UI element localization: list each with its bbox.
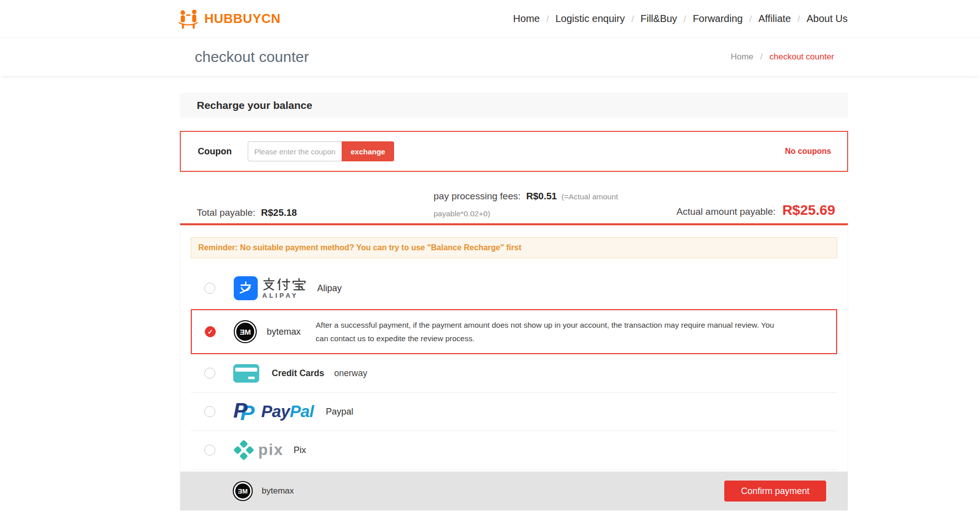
exchange-button[interactable]: exchange [342,141,394,161]
coupon-label: Coupon [198,146,232,157]
nav-item-forwarding[interactable]: Forwarding [693,13,743,24]
brand-name: HUBBUYCN [204,11,281,26]
nav-item-fill-buy[interactable]: Fill&Buy [640,13,677,24]
nav-item-affiliate[interactable]: Affiliate [758,13,791,24]
radio-pix[interactable]: ✓ [204,445,215,456]
fees-formula-line2: payable*0.02+0) [434,209,611,218]
total-payable-value: R$25.18 [261,207,297,218]
payment-label-credit-cards: Credit Cards [272,368,324,379]
payment-row-paypal[interactable]: ✓ P P PayPal Paypal [191,393,837,431]
paypal-logo-icon: P P PayPal [233,400,314,424]
total-payable-label: Total payable: [197,207,255,218]
coupon-section: Coupon exchange No coupons [180,131,848,172]
bytemax-description: After a successful payment, if the payme… [316,318,785,345]
payment-label-alipay: Alipay [317,283,342,294]
radio-paypal[interactable]: ✓ [204,406,215,417]
breadcrumb-current: checkout counter [770,52,834,61]
nav-separator: / [797,13,800,24]
bytemax-logo-icon: EM [234,320,257,343]
selected-method-logo-icon: EM [233,481,253,501]
payment-label-pix: Pix [294,445,306,456]
brand-logo-icon [177,9,199,29]
radio-bytemax[interactable]: ✓ [205,326,216,337]
radio-alipay[interactable]: ✓ [204,283,215,294]
payment-label-bytemax: bytemax [267,327,301,337]
check-icon: ✓ [208,328,213,336]
nav-item-home[interactable]: Home [513,13,539,24]
title-bar: checkout counter Home / checkout counter [0,38,980,76]
alipay-logo-icon: ALIPAY [234,276,306,300]
nav-separator: / [546,13,549,24]
payment-row-pix[interactable]: ✓ pix Pix [191,431,837,470]
actual-amount: Actual amount payable: R$25.69 [611,202,835,218]
total-payable: Total payable: R$25.18 [197,207,434,218]
brand-logo[interactable]: HUBBUYCN [177,9,281,29]
confirm-bar: EM bytemax Confirm payment [180,472,848,511]
fees-label: pay processing fees: [434,191,520,201]
nav-separator: / [749,13,752,24]
nav-item-logistic-enquiry[interactable]: Logistic enquiry [555,13,625,24]
processing-fees: pay processing fees: R$0.51 (=Actual amo… [434,191,611,218]
alipay-en-wordmark: ALIPAY [262,292,299,299]
payment-method-list: ✓ [191,267,837,470]
main-content: Recharge your balance Coupon exchange No… [180,93,848,511]
payment-row-alipay[interactable]: ✓ [191,267,837,309]
radio-credit-cards[interactable]: ✓ [204,368,215,379]
payment-row-bytemax[interactable]: ✓ EM bytemax After a successful payment,… [191,309,837,354]
payment-panel: Reminder: No suitable payment method? Yo… [180,223,848,511]
breadcrumb: Home / checkout counter [731,52,834,62]
breadcrumb-home[interactable]: Home [731,52,753,61]
selected-method-name: bytemax [262,486,294,496]
nav-item-about-us[interactable]: About Us [807,13,848,24]
nav-separator: / [684,13,686,24]
coupon-input[interactable] [248,141,342,161]
payment-row-credit-cards[interactable]: ✓ Credit Cards onerway [191,354,837,393]
nav-separator: / [631,13,634,24]
coupon-status: No coupons [785,147,831,156]
section-heading: Recharge your balance [180,93,848,118]
payment-label-paypal: Paypal [326,407,353,417]
payment-sublabel-onerway: onerway [334,368,367,379]
actual-amount-label: Actual amount payable: [676,206,776,217]
breadcrumb-separator: / [760,52,763,61]
pix-wordmark: pix [258,441,284,459]
fees-formula-line1: (=Actual amount [561,192,618,201]
fees-value: R$0.51 [526,191,557,201]
amounts-summary: Total payable: R$25.18 pay processing fe… [180,191,848,218]
actual-amount-value: R$25.69 [782,202,835,218]
pix-logo-icon: pix [233,440,284,461]
reminder-banner: Reminder: No suitable payment method? Yo… [191,237,837,258]
credit-card-icon [233,364,259,383]
top-navigation: HUBBUYCN Home / Logistic enquiry / Fill&… [0,0,980,38]
main-menu: Home / Logistic enquiry / Fill&Buy / For… [513,13,848,24]
alipay-cn-wordmark-icon [262,277,306,291]
confirm-payment-button[interactable]: Confirm payment [724,481,826,502]
page-title: checkout counter [195,48,309,65]
